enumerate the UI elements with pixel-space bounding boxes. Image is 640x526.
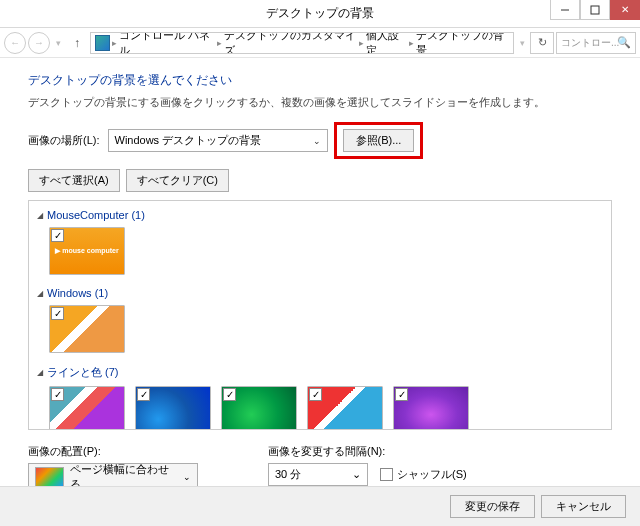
interval-select[interactable]: 30 分 ⌄ bbox=[268, 463, 368, 486]
wallpaper-thumb[interactable]: ✓ bbox=[135, 386, 211, 430]
checkbox-icon[interactable]: ✓ bbox=[137, 388, 150, 401]
window-title: デスクトップの背景 bbox=[266, 5, 374, 22]
save-button[interactable]: 変更の保存 bbox=[450, 495, 535, 518]
breadcrumb[interactable]: ▸ コントロール パネル ▸ デスクトップのカスタマイズ ▸ 個人設定 ▸ デス… bbox=[90, 32, 514, 54]
shuffle-checkbox[interactable]: シャッフル(S) bbox=[380, 467, 467, 482]
checkbox-icon[interactable]: ✓ bbox=[395, 388, 408, 401]
fit-label: 画像の配置(P): bbox=[28, 444, 198, 459]
breadcrumb-item[interactable]: 個人設定 bbox=[366, 32, 407, 54]
refresh-button[interactable]: ↻ bbox=[530, 32, 554, 54]
wallpaper-thumb[interactable]: ✓ bbox=[221, 386, 297, 430]
location-label: 画像の場所(L): bbox=[28, 133, 100, 148]
checkbox-icon[interactable]: ✓ bbox=[51, 307, 64, 320]
breadcrumb-dropdown[interactable]: ▾ bbox=[516, 38, 528, 48]
location-value: Windows デスクトップの背景 bbox=[115, 133, 262, 148]
control-panel-icon bbox=[95, 35, 110, 51]
back-button[interactable]: ← bbox=[4, 32, 26, 54]
wallpaper-gallery[interactable]: ◢ MouseComputer (1) ✓ ▶ mouse computer ◢… bbox=[28, 200, 612, 430]
group-header[interactable]: ◢ MouseComputer (1) bbox=[37, 205, 603, 225]
bottom-bar: 変更の保存 キャンセル bbox=[0, 486, 640, 526]
search-icon: 🔍 bbox=[617, 36, 631, 49]
wallpaper-thumb[interactable]: ✓ bbox=[307, 386, 383, 430]
group-header[interactable]: ◢ ラインと色 (7) bbox=[37, 361, 603, 384]
location-select[interactable]: Windows デスクトップの背景 ⌄ bbox=[108, 129, 328, 152]
cancel-button[interactable]: キャンセル bbox=[541, 495, 626, 518]
checkbox-icon bbox=[380, 468, 393, 481]
wallpaper-thumb[interactable]: ✓ bbox=[393, 386, 469, 430]
chevron-down-icon: ⌄ bbox=[352, 468, 361, 481]
highlight-box: 参照(B)... bbox=[334, 122, 424, 159]
group-header[interactable]: ◢ Windows (1) bbox=[37, 283, 603, 303]
nav-bar: ← → ▾ ↑ ▸ コントロール パネル ▸ デスクトップのカスタマイズ ▸ 個… bbox=[0, 28, 640, 58]
collapse-icon: ◢ bbox=[37, 211, 43, 220]
checkbox-icon[interactable]: ✓ bbox=[51, 229, 64, 242]
search-placeholder: コントロー... bbox=[561, 36, 619, 50]
wallpaper-thumb[interactable]: ✓ ▶ mouse computer bbox=[49, 227, 125, 275]
chevron-right-icon: ▸ bbox=[359, 38, 364, 48]
interval-label: 画像を変更する間隔(N): bbox=[268, 444, 467, 459]
chevron-right-icon: ▸ bbox=[112, 38, 117, 48]
breadcrumb-item[interactable]: デスクトップのカスタマイズ bbox=[224, 32, 358, 54]
forward-button[interactable]: → bbox=[28, 32, 50, 54]
chevron-down-icon: ⌄ bbox=[313, 136, 321, 146]
chevron-right-icon: ▸ bbox=[409, 38, 414, 48]
up-button[interactable]: ↑ bbox=[66, 32, 88, 54]
checkbox-icon[interactable]: ✓ bbox=[223, 388, 236, 401]
search-input[interactable]: コントロー... 🔍 bbox=[556, 32, 636, 54]
history-dropdown[interactable]: ▾ bbox=[52, 38, 64, 48]
collapse-icon: ◢ bbox=[37, 289, 43, 298]
wallpaper-thumb[interactable]: ✓ bbox=[49, 386, 125, 430]
shuffle-label: シャッフル(S) bbox=[397, 467, 467, 482]
interval-value: 30 分 bbox=[275, 467, 301, 482]
checkbox-icon[interactable]: ✓ bbox=[309, 388, 322, 401]
collapse-icon: ◢ bbox=[37, 368, 43, 377]
fit-preview-icon bbox=[35, 467, 64, 487]
clear-all-button[interactable]: すべてクリア(C) bbox=[126, 169, 229, 192]
page-heading: デスクトップの背景を選んでください bbox=[28, 72, 612, 89]
maximize-button[interactable] bbox=[580, 0, 610, 20]
breadcrumb-item[interactable]: コントロール パネル bbox=[119, 32, 214, 54]
browse-button[interactable]: 参照(B)... bbox=[343, 129, 415, 152]
chevron-down-icon: ⌄ bbox=[183, 472, 191, 482]
minimize-button[interactable] bbox=[550, 0, 580, 20]
chevron-right-icon: ▸ bbox=[217, 38, 222, 48]
title-bar: デスクトップの背景 ✕ bbox=[0, 0, 640, 28]
checkbox-icon[interactable]: ✓ bbox=[51, 388, 64, 401]
select-all-button[interactable]: すべて選択(A) bbox=[28, 169, 120, 192]
svg-rect-1 bbox=[591, 6, 599, 14]
close-button[interactable]: ✕ bbox=[610, 0, 640, 20]
page-subtext: デスクトップの背景にする画像をクリックするか、複数の画像を選択してスライドショー… bbox=[28, 95, 612, 110]
breadcrumb-item[interactable]: デスクトップの背景 bbox=[416, 32, 509, 54]
wallpaper-thumb[interactable]: ✓ bbox=[49, 305, 125, 353]
